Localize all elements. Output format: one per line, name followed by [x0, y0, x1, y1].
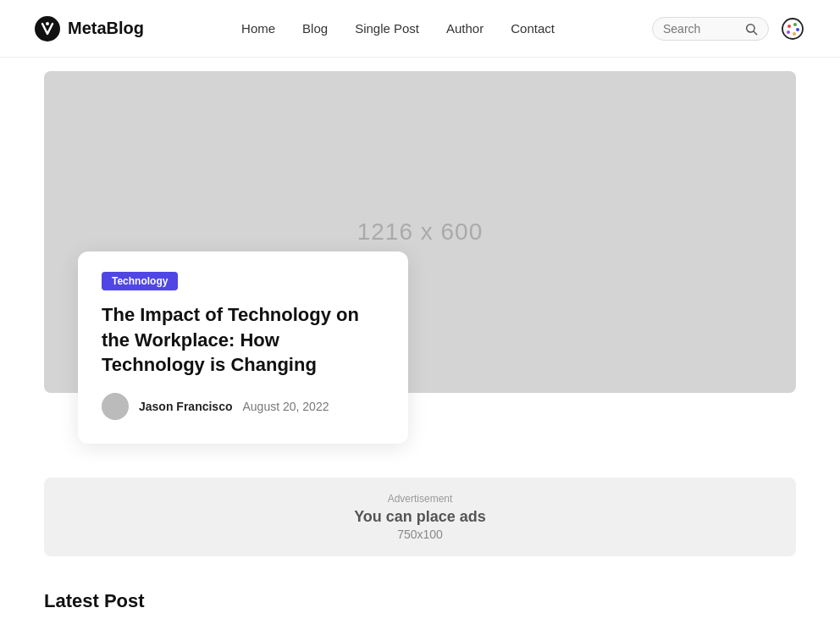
svg-point-1	[46, 22, 49, 25]
hero-card: Technology The Impact of Technology on t…	[78, 251, 408, 444]
svg-point-4	[782, 19, 803, 39]
palette-icon	[782, 18, 804, 40]
avatar-image	[102, 393, 129, 420]
author-name: Jason Francisco	[139, 400, 233, 413]
svg-point-5	[788, 25, 791, 28]
nav-contact[interactable]: Contact	[511, 21, 555, 36]
logo-link[interactable]: MetaBlog	[34, 15, 144, 42]
post-date: August 20, 2022	[243, 400, 329, 413]
search-box	[652, 17, 769, 41]
header-right	[652, 15, 806, 42]
ad-box: Advertisement You can place ads 750x100	[44, 478, 796, 556]
category-badge[interactable]: Technology	[102, 272, 178, 290]
hero-meta: Jason Francisco August 20, 2022	[102, 393, 384, 420]
ad-size: 750x100	[59, 528, 781, 541]
hero-title: The Impact of Technology on the Workplac…	[102, 302, 384, 378]
nav-author[interactable]: Author	[446, 21, 484, 36]
palette-button[interactable]	[779, 15, 806, 42]
svg-point-7	[796, 28, 799, 31]
advertisement-section: Advertisement You can place ads 750x100	[44, 478, 796, 556]
site-header: MetaBlog Home Blog Single Post Author Co…	[0, 0, 840, 58]
avatar	[102, 393, 129, 420]
svg-point-9	[787, 30, 790, 34]
logo-text: MetaBlog	[68, 19, 144, 38]
latest-post-title: Latest Post	[44, 590, 796, 612]
hero-image-label: 1216 x 600	[357, 218, 484, 246]
svg-point-8	[793, 32, 796, 36]
hero-section: 1216 x 600 Technology The Impact of Tech…	[0, 58, 840, 393]
search-input[interactable]	[663, 22, 739, 36]
ad-label: Advertisement	[59, 493, 781, 505]
nav-home[interactable]: Home	[241, 21, 275, 36]
latest-post-section: Latest Post	[0, 556, 840, 630]
ad-main-text: You can place ads	[59, 508, 781, 526]
search-button[interactable]	[744, 22, 758, 36]
svg-line-3	[754, 31, 757, 35]
search-icon	[744, 22, 758, 36]
logo-icon	[34, 15, 61, 42]
main-nav: Home Blog Single Post Author Contact	[241, 21, 555, 36]
nav-blog[interactable]: Blog	[302, 21, 328, 36]
svg-point-0	[35, 16, 60, 41]
svg-point-6	[793, 23, 797, 26]
nav-single-post[interactable]: Single Post	[355, 21, 419, 36]
